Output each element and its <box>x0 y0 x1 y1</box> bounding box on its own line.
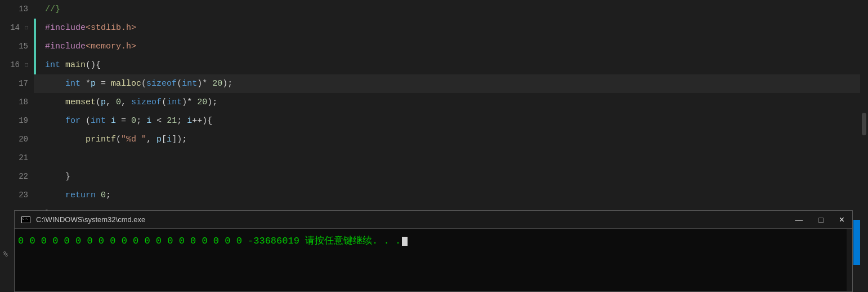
code-token: ]); <box>172 130 187 149</box>
code-token <box>106 112 111 130</box>
code-token: = <box>116 112 131 130</box>
code-token: [ <box>162 130 167 149</box>
code-line-17: 17 int *p = malloc(sizeof(int)* 20); <box>0 74 868 93</box>
close-button[interactable]: × <box>837 215 847 225</box>
code-token: int <box>45 56 60 74</box>
code-token: <memory.h> <box>86 37 136 56</box>
terminal-scrollbar[interactable] <box>847 229 852 291</box>
code-token: ( <box>96 93 101 112</box>
line-content: memset(p, 0, sizeof(int)* 20); <box>36 93 217 112</box>
scrollbar-right[interactable] <box>860 0 868 214</box>
maximize-button[interactable]: □ <box>816 215 825 224</box>
code-token: 20 <box>192 93 207 112</box>
scrollbar-thumb[interactable] <box>862 113 866 135</box>
line-number: 22 <box>0 167 34 186</box>
code-token: )* <box>197 74 207 93</box>
terminal-output: 0 0 0 0 0 0 0 0 0 0 0 0 0 0 0 0 0 0 0 0 … <box>18 231 849 251</box>
code-token: ++){ <box>192 112 212 130</box>
minimize-button[interactable]: — <box>793 215 805 224</box>
line-content: int main(){ <box>36 56 101 74</box>
code-line-16: 16□int main(){ <box>0 56 868 74</box>
code-token: 20 <box>207 74 222 93</box>
line-number: 16□ <box>0 56 34 74</box>
code-token: sizeof <box>146 74 177 93</box>
code-token: sizeof <box>131 93 162 112</box>
code-token: <stdlib.h> <box>86 19 136 37</box>
code-token: 0 <box>101 186 106 205</box>
line-number: 14□ <box>0 19 34 37</box>
line-number: 19 <box>0 112 34 130</box>
code-token: i <box>146 112 151 130</box>
code-token <box>45 74 65 93</box>
code-token: ); <box>222 74 232 93</box>
code-token: #include <box>45 37 86 56</box>
code-token: int <box>182 74 197 93</box>
code-token: i <box>167 130 172 149</box>
terminal-titlebar: C:\WINDOWS\system32\cmd.exe — □ × <box>15 211 852 229</box>
code-token: #include <box>45 19 86 37</box>
line-number: 18 <box>0 93 34 112</box>
code-token: int <box>65 74 80 93</box>
code-token: memset <box>65 93 96 112</box>
code-token: } <box>45 167 70 186</box>
code-token: )* <box>182 93 192 112</box>
line-content: return 0; <box>36 186 111 205</box>
code-token: < <box>151 112 167 130</box>
code-token: "%d " <box>121 130 146 149</box>
line-number: 21 <box>0 149 34 167</box>
code-line-18: 18 memset(p, 0, sizeof(int)* 20); <box>0 93 868 112</box>
code-token: i <box>111 112 116 130</box>
code-token <box>45 130 86 149</box>
percent-sign: % <box>0 250 11 258</box>
code-token: 21 <box>167 112 177 130</box>
code-token: , <box>121 93 131 112</box>
code-token: 0 <box>131 112 136 130</box>
code-line-21: 21 <box>0 149 868 167</box>
code-line-14: 14□#include<stdlib.h> <box>0 19 868 37</box>
line-content: #include<memory.h> <box>36 37 136 56</box>
code-token: p <box>101 93 106 112</box>
code-token: i <box>187 112 192 130</box>
line-content: printf("%d ", p[i]); <box>36 130 187 149</box>
code-token: //} <box>45 0 60 19</box>
code-token: 0 <box>116 93 121 112</box>
terminal-controls: — □ × <box>793 215 847 225</box>
code-lines: 13//}14□#include<stdlib.h>15#include<mem… <box>0 0 868 214</box>
line-content: } <box>36 167 70 186</box>
line-number: 23 <box>0 186 34 205</box>
code-token: malloc <box>111 74 141 93</box>
line-number: 15 <box>0 37 34 56</box>
code-token: p <box>91 74 96 93</box>
code-token: ; <box>136 112 146 130</box>
terminal-title: C:\WINDOWS\system32\cmd.exe <box>36 215 793 224</box>
code-token <box>45 93 65 112</box>
line-content: int *p = malloc(sizeof(int)* 20); <box>36 74 232 93</box>
terminal-body: 0 0 0 0 0 0 0 0 0 0 0 0 0 0 0 0 0 0 0 0 … <box>15 229 852 291</box>
code-line-22: 22 } <box>0 167 868 186</box>
line-content: //} <box>36 0 60 19</box>
code-token: ; <box>106 186 111 205</box>
code-token: = <box>96 74 111 93</box>
code-token: , <box>146 130 156 149</box>
code-line-13: 13//} <box>0 0 868 19</box>
code-token: int <box>91 112 106 130</box>
code-token: for <box>65 112 80 130</box>
code-token: , <box>106 93 116 112</box>
code-token: * <box>80 74 91 93</box>
code-token: ( <box>80 112 91 130</box>
code-token: ; <box>177 112 187 130</box>
code-line-20: 20 printf("%d ", p[i]); <box>0 130 868 149</box>
code-token: (){ <box>86 56 101 74</box>
code-token: p <box>156 130 162 149</box>
blue-accent-bar <box>853 220 860 265</box>
line-content: #include<stdlib.h> <box>36 19 136 37</box>
code-token: ( <box>177 74 182 93</box>
line-number: 13 <box>0 0 34 19</box>
code-token: ( <box>162 93 167 112</box>
code-token: printf <box>86 130 116 149</box>
code-line-15: 15#include<memory.h> <box>0 37 868 56</box>
terminal-cursor <box>402 237 408 246</box>
line-content <box>36 149 45 167</box>
code-token: main <box>65 56 86 74</box>
code-editor: 13//}14□#include<stdlib.h>15#include<mem… <box>0 0 868 214</box>
